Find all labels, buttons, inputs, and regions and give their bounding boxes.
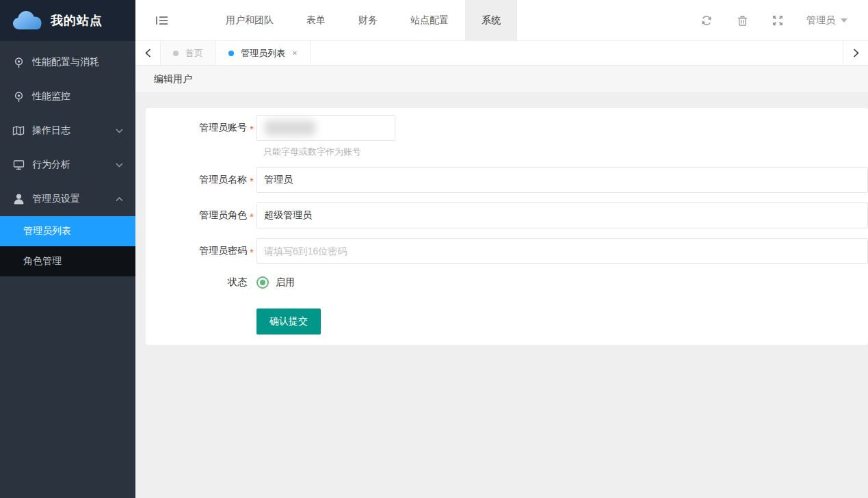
tab-dot	[173, 51, 179, 56]
tab-scroll-left-icon[interactable]	[135, 41, 161, 65]
topnav-item-system[interactable]: 系统	[465, 0, 517, 40]
account-hint: 只能字母或数字作为账号	[263, 146, 868, 157]
topnav-label: 用户和团队	[226, 14, 274, 27]
tab-label: 首页	[185, 47, 203, 60]
tab-scroll-right-icon[interactable]	[843, 41, 868, 65]
book-icon	[12, 124, 25, 137]
sidebar-item-label: 行为分析	[32, 159, 70, 171]
topnav-label: 表单	[306, 14, 326, 27]
field-label: 状态	[146, 276, 247, 289]
form-row-account: 管理员账号 *	[146, 115, 868, 141]
sidebar-item-admin-settings[interactable]: 管理员设置	[0, 182, 135, 216]
chevron-down-icon	[116, 129, 123, 133]
sidebar: 我的站点 性能配置与消耗 性能监控	[0, 0, 135, 498]
redacted-value	[265, 120, 315, 135]
fullscreen-icon[interactable]	[760, 0, 795, 40]
tab-bar: 首页 管理员列表 ×	[135, 41, 868, 66]
account-input-wrap	[257, 115, 868, 141]
app-logo[interactable]: 我的站点	[0, 0, 135, 41]
password-input[interactable]	[257, 238, 868, 264]
sidebar-submenu: 管理员列表 角色管理	[0, 216, 135, 276]
sidebar-item-operation-log[interactable]: 操作日志	[0, 114, 135, 148]
status-radio[interactable]	[257, 276, 269, 289]
topbar-tools: 管理员	[689, 0, 868, 40]
top-header: 用户和团队 表单 财务 站点配置 系统	[135, 0, 868, 41]
page-title: 编辑用户	[154, 73, 192, 86]
broadcast-icon	[12, 56, 25, 68]
field-label: 管理员名称	[146, 174, 247, 186]
sidebar-item-label: 管理员设置	[32, 193, 80, 205]
user-name: 管理员	[806, 14, 835, 27]
topnav-item-site-config[interactable]: 站点配置	[394, 0, 465, 40]
main-area: 用户和团队 表单 财务 站点配置 系统	[135, 0, 868, 498]
topnav-item-users-teams[interactable]: 用户和团队	[209, 0, 290, 40]
chevron-down-icon	[116, 163, 123, 168]
sidebar-item-behavior-analysis[interactable]: 行为分析	[0, 148, 135, 182]
submenu-item-label: 管理员列表	[23, 225, 71, 237]
close-icon[interactable]: ×	[292, 48, 298, 58]
tab-dot	[228, 51, 234, 56]
submenu-item-label: 角色管理	[23, 255, 62, 267]
user-icon	[12, 193, 25, 205]
page-header: 编辑用户	[135, 66, 868, 93]
sidebar-menu: 性能配置与消耗 性能监控 操作日志	[0, 41, 135, 276]
sidebar-item-performance-config[interactable]: 性能配置与消耗	[0, 45, 135, 79]
form-row-status: 状态 启用	[146, 276, 868, 289]
form-row-submit: 确认提交	[146, 309, 868, 335]
broadcast-icon	[12, 90, 25, 103]
required-mark: *	[247, 244, 257, 258]
sidebar-item-performance-monitor[interactable]: 性能监控	[0, 79, 135, 114]
sidebar-item-label: 操作日志	[32, 124, 70, 137]
sidebar-item-label: 性能配置与消耗	[32, 56, 99, 68]
content-area: 管理员账号 * 只能字母或数字作为账号 管理员名称 * 管理员角色 *	[135, 94, 868, 498]
form-row-role: 管理员角色 *	[146, 202, 868, 228]
topnav-item-finance[interactable]: 财务	[342, 0, 394, 40]
sidebar-item-label: 性能监控	[32, 90, 70, 103]
top-nav: 用户和团队 表单 财务 站点配置 系统	[209, 0, 517, 40]
topnav-label: 站点配置	[410, 14, 449, 27]
field-label: 管理员密码	[146, 245, 247, 257]
form-row-name: 管理员名称 *	[146, 167, 868, 193]
sidebar-subitem-admin-list[interactable]: 管理员列表	[0, 216, 135, 246]
cloud-icon	[11, 8, 44, 34]
topnav-label: 财务	[358, 14, 378, 27]
role-input[interactable]	[257, 202, 868, 228]
tab-home[interactable]: 首页	[161, 41, 216, 65]
topnav-item-forms[interactable]: 表单	[290, 0, 342, 40]
name-input[interactable]	[257, 167, 868, 193]
edit-user-card: 管理员账号 * 只能字母或数字作为账号 管理员名称 * 管理员角色 *	[146, 108, 868, 345]
chevron-up-icon	[116, 197, 123, 202]
field-label: 管理员账号	[146, 122, 247, 134]
caret-down-icon	[841, 18, 847, 23]
form-row-password: 管理员密码 *	[146, 238, 868, 264]
radio-dot	[260, 280, 265, 285]
required-mark: *	[247, 173, 257, 187]
trash-icon[interactable]	[724, 0, 760, 40]
status-radio-label: 启用	[276, 276, 295, 289]
refresh-icon[interactable]	[689, 0, 724, 40]
field-label: 管理员角色	[146, 209, 247, 222]
required-mark: *	[247, 209, 257, 222]
topnav-label: 系统	[482, 14, 501, 27]
user-menu[interactable]: 管理员	[795, 0, 858, 40]
app-title: 我的站点	[51, 12, 103, 29]
monitor-icon	[12, 159, 25, 171]
collapse-menu-icon[interactable]	[135, 0, 189, 40]
required-mark: *	[247, 121, 257, 135]
tab-label: 管理员列表	[241, 47, 285, 60]
tab-admin-list[interactable]: 管理员列表 ×	[216, 41, 311, 65]
submit-button[interactable]: 确认提交	[257, 309, 321, 335]
sidebar-subitem-role-management[interactable]: 角色管理	[0, 246, 135, 276]
